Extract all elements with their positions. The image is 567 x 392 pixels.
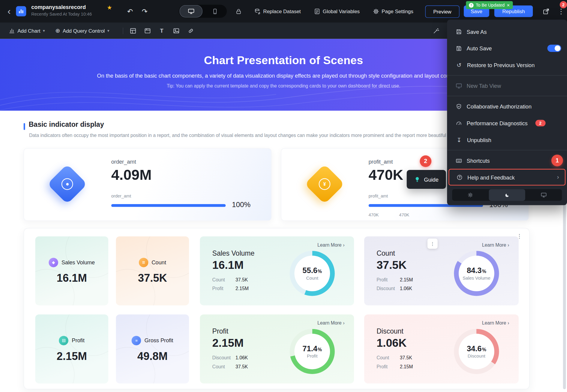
progress-percent: 100%	[232, 200, 250, 209]
back-icon: ‹	[8, 6, 11, 17]
menu-item-label: Restore to Previous Version	[467, 62, 535, 68]
chevron-right-icon: ›	[508, 320, 509, 326]
desktop-mode-button[interactable]	[180, 5, 202, 17]
global-variables-button[interactable]: Global Variables	[314, 0, 360, 22]
guide-button[interactable]: Guide	[407, 170, 446, 189]
stat-value: 37.5K	[236, 277, 248, 282]
add-query-control-button[interactable]: ⊕ Add Query Control ▾	[55, 22, 109, 39]
menu-item-label: Shortcuts	[467, 157, 490, 164]
favorite-star-icon[interactable]: ★	[107, 0, 112, 14]
menu-item-collaborative-authorization[interactable]: Collaborative Authorization	[447, 98, 567, 115]
toolbar-divider	[123, 28, 123, 34]
indicator-card-order-amt[interactable]: order_amt 4.09M order_amt 100%	[24, 148, 272, 221]
theme-light-button[interactable]	[452, 189, 489, 201]
learn-more-link[interactable]: Learn More ›	[482, 242, 509, 248]
donut-label: Count	[306, 276, 318, 281]
donut-chart: 34.6% Discount	[454, 329, 499, 374]
theme-wand-button[interactable]	[431, 22, 441, 39]
device-mode-toggle[interactable]	[179, 5, 227, 18]
order-amt-diamond-icon	[47, 164, 87, 204]
learn-more-link[interactable]: Learn More ›	[482, 320, 509, 326]
theme-auto-button[interactable]	[525, 189, 562, 201]
learn-more-link[interactable]: Learn More ›	[317, 320, 345, 326]
preview-label: Preview	[433, 9, 451, 14]
sun-icon	[467, 192, 473, 198]
insert-container-button[interactable]	[128, 22, 138, 39]
metric-card-count[interactable]: ≣ Count 37.5K	[116, 236, 189, 305]
stat-value: 2.15M	[236, 286, 249, 291]
card-menu-button[interactable]: ⋮	[428, 239, 438, 249]
undo-button[interactable]: ↶	[125, 0, 135, 22]
indicator-value: 4.09M	[111, 167, 152, 183]
replace-dataset-icon	[254, 8, 261, 14]
metric-card-profit[interactable]: ▤ Profit 2.15M	[35, 314, 109, 383]
replace-dataset-label: Replace Dataset	[263, 8, 301, 14]
share-button[interactable]	[541, 0, 551, 22]
link-icon	[188, 27, 194, 34]
menu-item-auto-save[interactable]: Auto Save	[447, 40, 567, 57]
donut-percent: 55.6	[302, 266, 317, 275]
metric-value: 16.1M	[57, 272, 87, 284]
gauge-card-sales-volume[interactable]: Learn More › Sales Volume 16.1M Count37.…	[200, 236, 354, 305]
menu-item-unpublish[interactable]: ↧ Unpublish	[447, 132, 567, 148]
theme-dark-button[interactable]	[489, 189, 525, 201]
stat-value: 37.5K	[236, 364, 248, 369]
metric-card-sales-volume[interactable]: ◆ Sales Volume 16.1M	[35, 236, 109, 305]
card-stats: Discount1.06K Count37.5K	[212, 355, 248, 369]
insert-tab-button[interactable]	[142, 22, 153, 39]
stat-label: Count	[212, 277, 236, 282]
close-icon[interactable]: ×	[507, 2, 510, 7]
shield-icon	[456, 103, 462, 110]
insert-link-button[interactable]	[186, 22, 196, 39]
chevron-right-icon: ›	[557, 174, 559, 181]
card-value: 2.15M	[212, 337, 244, 350]
preview-button[interactable]: Preview	[425, 5, 460, 18]
gem-icon: ◆	[49, 258, 58, 267]
learn-more-link[interactable]: Learn More ›	[317, 242, 345, 248]
gauge-card-discount[interactable]: Learn More › Discount 1.06K Count37.5K P…	[364, 314, 519, 383]
card-value: 37.5K	[376, 259, 406, 272]
save-status: Recently Saved At Today 10:46	[31, 12, 92, 17]
diagnostics-count-badge: 2	[535, 120, 545, 126]
replace-dataset-button[interactable]: Replace Dataset	[254, 0, 301, 22]
unpublish-icon: ↧	[456, 136, 462, 143]
vertical-scrollbar[interactable]	[563, 203, 566, 389]
menu-item-help-and-feedback[interactable]: Help and Feedback ›	[448, 169, 566, 186]
lock-button[interactable]	[236, 0, 242, 22]
metric-label: Count	[152, 259, 166, 266]
insert-text-button[interactable]: T	[157, 22, 167, 39]
menu-item-shortcuts[interactable]: Shortcuts 1	[447, 152, 567, 169]
learn-more-label: Learn More	[482, 320, 506, 326]
gauge-card-profit[interactable]: Learn More › Profit 2.15M Discount1.06K …	[200, 314, 354, 383]
auto-save-icon	[456, 45, 462, 52]
stat-value: 2.15M	[400, 364, 413, 369]
gauge-card-count[interactable]: ⋮ Learn More › Count 37.5K Profit2.15M D…	[364, 236, 519, 305]
container-icon	[130, 27, 136, 34]
add-chart-button[interactable]: Add Chart ▾	[9, 22, 45, 39]
indicator-sub-label: order_amt	[111, 194, 131, 199]
help-icon	[457, 174, 463, 180]
metric-label: Profit	[72, 337, 84, 344]
menu-item-restore-version[interactable]: ↺ Restore to Previous Version	[447, 57, 567, 73]
metric-card-gross-profit[interactable]: ≡ Gross Profit 49.8M	[116, 314, 189, 383]
menu-item-performance-diagnostics[interactable]: Performance Diagnostics 2	[447, 115, 567, 132]
insert-image-button[interactable]	[171, 22, 182, 39]
metrics-panel[interactable]: ⋮ ◆ Sales Volume 16.1M ≣ Count 37.5K Lea…	[24, 228, 530, 389]
to-be-updated-tag[interactable]: ! To Be Updated ×	[466, 1, 513, 9]
menu-divider	[447, 150, 567, 150]
title-block: companysalesrecord Recently Saved At Tod…	[31, 4, 92, 16]
auto-save-toggle[interactable]	[548, 45, 561, 52]
mobile-mode-button[interactable]	[204, 5, 226, 17]
back-button[interactable]: ‹	[4, 0, 14, 22]
indicator-name: profit_amt	[369, 159, 393, 165]
page-settings-button[interactable]: Page Settings	[373, 0, 413, 22]
gauge-icon	[456, 120, 462, 126]
magic-wand-icon	[433, 27, 440, 34]
menu-item-new-tab-view[interactable]: New Tab View	[447, 77, 567, 94]
menu-item-save-as[interactable]: Save As	[447, 23, 567, 40]
card-title: Count	[376, 249, 395, 257]
doc-icon: ▤	[59, 336, 69, 345]
redo-button[interactable]: ↷	[140, 0, 150, 22]
image-icon	[173, 27, 180, 34]
percent-sign: %	[482, 347, 486, 352]
